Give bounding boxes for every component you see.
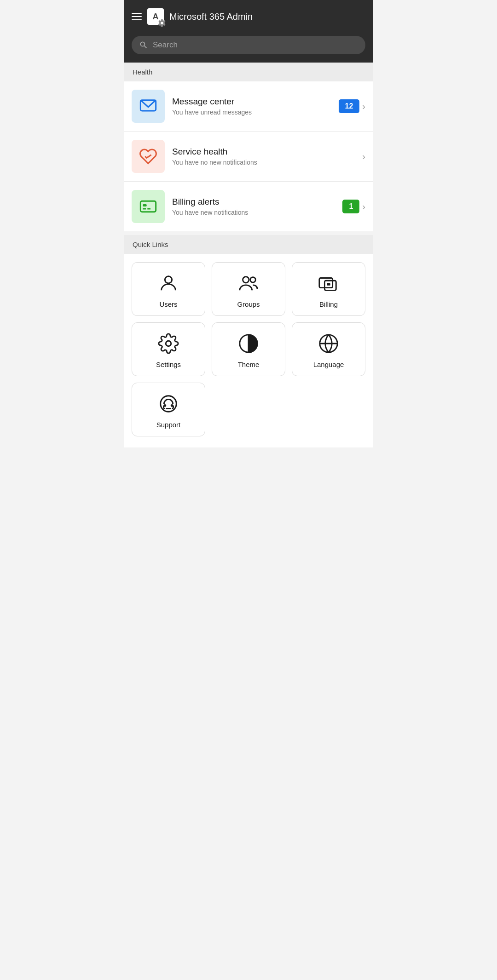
svg-rect-2 [143,204,146,206]
billing-alerts-icon [132,190,165,223]
message-center-item[interactable]: Message center You have unread messages … [124,81,373,132]
billing-alerts-badge: 1 [342,200,359,213]
quick-link-users[interactable]: Users [132,262,205,316]
quick-link-language[interactable]: Language [292,322,365,376]
settings-label: Settings [156,361,181,368]
billing-alerts-item[interactable]: Billing alerts You have new notification… [124,182,373,231]
users-label: Users [159,300,177,308]
billing-alerts-badge-area: 1 › [342,200,365,213]
message-center-subtitle: You have unread messages [172,109,331,116]
support-icon [158,393,179,414]
message-center-icon [132,90,165,123]
billing-icon [318,273,339,294]
groups-label: Groups [237,300,260,308]
support-row: Support [132,383,365,436]
language-label: Language [313,361,344,368]
hamburger-menu[interactable] [132,13,142,20]
search-icon [139,40,148,50]
billing-alerts-subtitle: You have new notifications [172,209,335,216]
svg-rect-8 [319,278,333,288]
svg-rect-10 [327,283,330,286]
svg-point-6 [243,277,249,283]
app-header: A Microsoft 365 Admin [124,0,373,31]
svg-rect-1 [140,201,156,212]
billing-alerts-title: Billing alerts [172,197,335,207]
service-health-text: Service health You have no new notificat… [172,147,355,166]
service-health-item[interactable]: Service health You have no new notificat… [124,132,373,182]
quick-link-groups[interactable]: Groups [212,262,285,316]
svg-rect-9 [324,281,336,290]
service-health-icon [132,140,165,173]
message-center-badge-area: 12 › [339,99,365,113]
billing-label: Billing [319,300,338,308]
billing-alerts-chevron: › [362,201,365,212]
service-health-title: Service health [172,147,355,157]
service-health-subtitle: You have no new notifications [172,159,355,166]
theme-label: Theme [238,361,260,368]
svg-point-7 [250,277,256,283]
billing-alerts-text: Billing alerts You have new notification… [172,197,335,216]
health-section-header: Health [124,63,373,81]
theme-icon [238,333,259,354]
users-icon [158,273,179,294]
quick-link-theme[interactable]: Theme [212,322,285,376]
quick-link-billing[interactable]: Billing [292,262,365,316]
support-label: Support [156,421,181,429]
svg-point-5 [165,276,172,283]
service-health-chevron: › [362,151,365,162]
message-center-title: Message center [172,97,331,107]
search-input[interactable] [153,40,358,50]
message-center-badge: 12 [339,99,360,113]
svg-point-11 [166,341,171,346]
health-list: Message center You have unread messages … [124,81,373,231]
message-center-chevron: › [362,101,365,112]
quick-link-settings[interactable]: Settings [132,322,205,376]
quick-link-support[interactable]: Support [132,383,205,436]
search-input-wrapper[interactable] [132,36,365,54]
app-logo: A [147,8,164,25]
settings-icon [158,333,179,354]
language-icon [318,333,339,354]
message-center-text: Message center You have unread messages [172,97,331,116]
svg-point-14 [161,396,177,412]
quick-links-section-header: Quick Links [124,235,373,254]
search-bar [124,31,373,63]
quick-links-grid: Users Groups Billing [132,262,365,376]
service-health-badge-area: › [362,151,365,162]
groups-icon [238,273,259,294]
quick-links-container: Users Groups Billing [124,254,373,447]
header-title: Microsoft 365 Admin [169,11,253,22]
